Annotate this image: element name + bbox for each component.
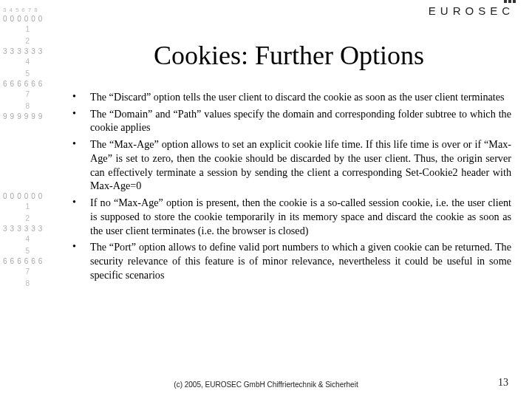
bullet-list: The “Discard” option tells the user clie… — [66, 90, 511, 282]
page-number: 13 — [498, 377, 508, 389]
bullet-item: The “Domain” and “Path” values specify t… — [66, 107, 511, 134]
bullet-item: The “Max-Age” option allows to set an ex… — [66, 137, 511, 193]
brand-decoration — [504, 0, 516, 3]
copyright-text: (c) 2005, EUROSEC GmbH Chiffriertechnik … — [0, 381, 532, 389]
margin-number-strip: 000000 1 2 333333 4 5 666666 7 8 — [0, 192, 58, 290]
slide-title: Cookies: Further Options — [66, 40, 511, 71]
margin-number-strip: 345678 000000 1 2 333333 4 5 666666 7 8 … — [0, 6, 58, 121]
bullet-item: The “Port” option allows to define valid… — [66, 240, 511, 282]
slide-footer: (c) 2005, EUROSEC GmbH Chiffriertechnik … — [0, 381, 532, 389]
bullet-item: If no “Max-Age” option is present, then … — [66, 196, 511, 237]
slide: EUROSEC 345678 000000 1 2 333333 4 5 666… — [0, 0, 532, 399]
bullet-item: The “Discard” option tells the user clie… — [66, 90, 511, 104]
brand-logo-text: EUROSEC — [429, 4, 514, 17]
